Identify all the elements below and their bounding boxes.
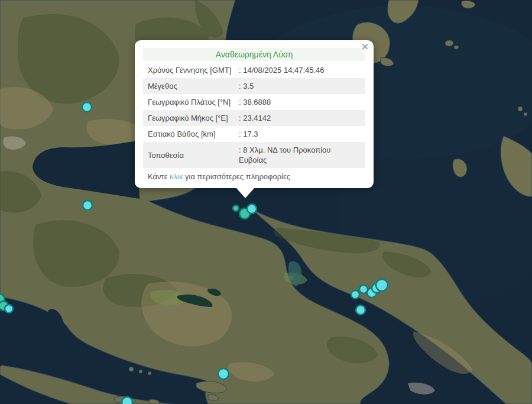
row-label: Χρόνος Γέννησης [GMT] [148, 63, 239, 77]
table-row-origin-time: Χρόνος Γέννησης [GMT] : 14/08/2025 14:47… [143, 62, 365, 78]
earthquake-marker[interactable] [82, 102, 92, 112]
popup-table: Χρόνος Γέννησης [GMT] : 14/08/2025 14:47… [143, 62, 365, 168]
popup-title: Αναθεωρημένη Λύση [143, 48, 365, 61]
row-value: : 38.6888 [239, 95, 361, 109]
row-label: Γεωγραφικό Μήκος [°E] [148, 111, 239, 125]
islet [454, 46, 459, 49]
row-value: : 14/08/2025 14:47:45.46 [239, 63, 361, 77]
popup-footer: Κάντε κλικ για περισσότερες πληροφορίες [142, 168, 366, 182]
earthquake-marker[interactable] [247, 204, 257, 214]
earthquake-marker[interactable] [351, 290, 359, 299]
row-value: : 8 Χλμ. ΝΔ του Προκοπίου Ευβοίας [239, 143, 361, 167]
row-value: : 3.5 [239, 79, 361, 93]
footer-text: για περισσότερες πληροφορίες [183, 172, 290, 181]
earthquake-popup: × Αναθεωρημένη Λύση Χρόνος Γέννησης [GMT… [135, 40, 374, 188]
islet [518, 106, 523, 111]
earthquake-marker[interactable] [218, 369, 229, 379]
earthquake-marker[interactable] [376, 279, 388, 291]
earthquake-marker[interactable] [356, 305, 365, 315]
row-label: Γεωγραφικό Πλάτος [°N] [148, 95, 239, 109]
earthquake-map-screen: × Αναθεωρημένη Λύση Χρόνος Γέννησης [GMT… [0, 0, 532, 404]
islet [445, 40, 453, 46]
table-row-magnitude: Μέγεθος : 3.5 [143, 78, 365, 94]
earthquake-marker[interactable] [5, 305, 13, 313]
close-icon[interactable]: × [362, 41, 368, 52]
table-row-latitude: Γεωγραφικό Πλάτος [°N] : 38.6888 [143, 94, 365, 110]
earthquake-marker[interactable] [122, 397, 132, 404]
table-row-location: Τοποθεσία : 8 Χλμ. ΝΔ του Προκοπίου Ευβο… [143, 142, 365, 168]
islet [524, 112, 527, 116]
row-value: : 17.3 [239, 127, 361, 141]
table-row-depth: Εστιακό Βάθος [km] : 17.3 [143, 126, 365, 142]
islet-alkyonides [148, 371, 151, 375]
earthquake-marker[interactable] [233, 205, 239, 211]
row-label: Μέγεθος [148, 79, 239, 93]
more-info-link[interactable]: κλικ [170, 172, 183, 181]
table-row-longitude: Γεωγραφικό Μήκος [°E] : 23.4142 [143, 110, 365, 126]
popup-pointer [236, 188, 255, 198]
islet-alkyonides [129, 367, 134, 371]
footer-text: Κάντε [148, 172, 170, 181]
row-label: Τοποθεσία [148, 148, 239, 162]
earthquake-marker[interactable] [83, 201, 92, 210]
islet-alkyonides [139, 370, 142, 373]
row-value: : 23.4142 [239, 111, 361, 125]
row-label: Εστιακό Βάθος [km] [148, 127, 239, 141]
